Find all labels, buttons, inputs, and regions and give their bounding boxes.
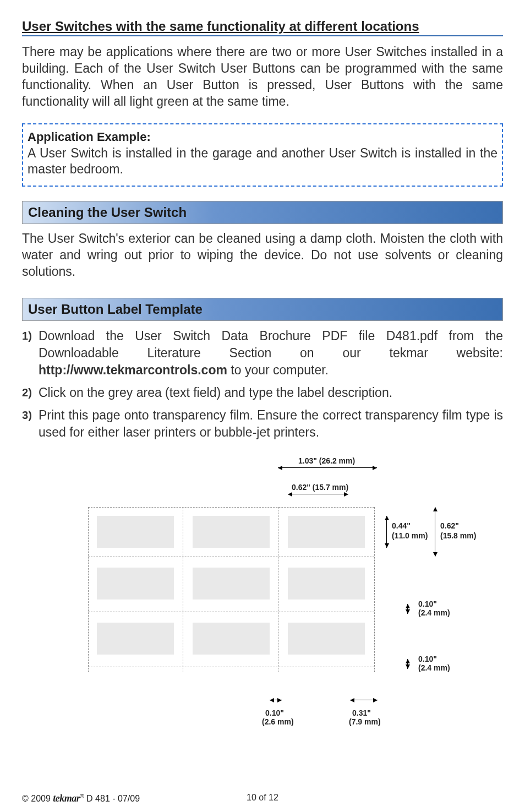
dim-gap2-b: (2.4 mm) — [418, 663, 450, 672]
dim-gap1-b: (2.4 mm) — [418, 608, 450, 617]
steps-list: Download the User Switch Data Brochure P… — [22, 328, 503, 441]
dim-arrow-bw — [270, 700, 282, 700]
dim-outer-height-a: 0.62" — [440, 521, 459, 530]
vline — [374, 507, 375, 672]
hline — [88, 507, 374, 508]
application-example-title: Application Example: — [28, 130, 497, 144]
dim-outer-height-b: (15.8 mm) — [440, 531, 476, 540]
section1-paragraph: There may be applications where there ar… — [22, 44, 503, 110]
footer-reg: ® — [80, 793, 84, 799]
page-number: 10 of 12 — [247, 793, 278, 803]
footer-copyright: © 2009 — [22, 794, 53, 803]
section-heading-3: User Button Label Template — [22, 298, 503, 321]
dim-arrow-gap2 — [407, 659, 408, 669]
vline — [183, 507, 183, 672]
step-3: Print this page onto transparency film. … — [22, 407, 503, 441]
dim-gap1-a: 0.10" — [418, 600, 437, 608]
dim-arrow-inner-height — [386, 516, 387, 548]
dim-br-b: (7.9 mm) — [349, 717, 381, 726]
vline — [88, 507, 89, 672]
template-grid — [88, 496, 374, 683]
label-template-diagram: 1.03" (26.2 mm) 0.62" (15.7 mm) 0.44" (1… — [22, 452, 503, 749]
label-field[interactable] — [193, 623, 270, 655]
step-1-pre: Download the User Switch Data Brochure P… — [39, 329, 503, 360]
hline — [88, 667, 374, 667]
dim-inner-height-b: (11.0 mm) — [392, 531, 428, 540]
page-footer: © 2009 tekmar® D 481 - 07/09 10 of 12 — [22, 793, 503, 804]
label-field[interactable] — [288, 623, 365, 655]
dim-arrow-outer-width — [278, 467, 377, 468]
label-field[interactable] — [97, 623, 174, 655]
label-field[interactable] — [193, 568, 270, 600]
dim-inner-height-a: 0.44" — [392, 521, 411, 530]
label-field[interactable] — [288, 516, 365, 548]
step-1-url: http://www.tekmarcontrols.com — [39, 363, 227, 377]
section2-paragraph: The User Switch's exterior can be cleane… — [22, 231, 503, 280]
footer-doc: D 481 - 07/09 — [84, 794, 140, 803]
label-field[interactable] — [193, 516, 270, 548]
dim-outer-width: 1.03" (26.2 mm) — [298, 456, 355, 465]
dim-arrow-outer-height — [435, 507, 435, 557]
dim-arrow-br — [350, 700, 378, 700]
dim-gap2-a: 0.10" — [418, 655, 437, 663]
step-1: Download the User Switch Data Brochure P… — [22, 328, 503, 379]
dim-br-a: 0.31" — [352, 709, 371, 717]
label-field[interactable] — [97, 568, 174, 600]
hline — [88, 557, 374, 557]
dim-bw-b: (2.6 mm) — [262, 717, 294, 726]
section-heading-1: User Switches with the same functionalit… — [22, 19, 503, 36]
dim-inner-width: 0.62" (15.7 mm) — [292, 483, 348, 492]
dim-bw-a: 0.10" — [265, 709, 284, 717]
label-field[interactable] — [97, 516, 174, 548]
application-example-text: A User Switch is installed in the garage… — [28, 145, 497, 178]
application-example-box: Application Example: A User Switch is in… — [22, 123, 503, 187]
section-heading-2: Cleaning the User Switch — [22, 201, 503, 224]
label-field[interactable] — [288, 568, 365, 600]
footer-brand: tekmar — [53, 793, 80, 804]
step-1-post: to your computer. — [227, 363, 329, 377]
dim-arrow-gap1 — [407, 604, 408, 614]
vline — [278, 507, 278, 672]
dim-arrow-inner-width — [288, 494, 348, 494]
hline — [88, 612, 374, 612]
step-2: Click on the grey area (text field) and … — [22, 384, 503, 401]
